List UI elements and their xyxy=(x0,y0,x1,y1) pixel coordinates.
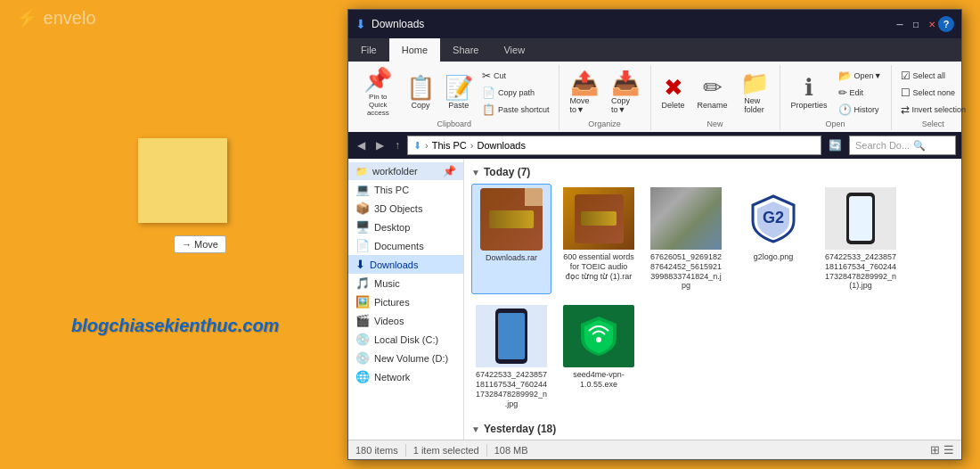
search-box[interactable]: Search Do... 🔍 xyxy=(849,136,956,155)
select-none-button[interactable]: ☐ Select none xyxy=(897,85,970,101)
window-title: Downloads xyxy=(372,18,894,30)
history-button[interactable]: 🕐 History xyxy=(835,102,886,118)
select-none-icon: ☐ xyxy=(901,86,911,99)
copy-to-icon: 📥 xyxy=(611,71,640,95)
back-button[interactable]: ◀ xyxy=(354,137,369,153)
nav-item-desktop[interactable]: 🖥️ Desktop xyxy=(348,218,463,236)
pin-icon: 📌 xyxy=(363,68,392,91)
properties-button[interactable]: ℹ Properties xyxy=(786,73,833,112)
nav-item-new-volume-d[interactable]: 💿 New Volume (D:) xyxy=(348,349,463,367)
help-button[interactable]: ? xyxy=(938,16,954,32)
tab-file[interactable]: File xyxy=(348,38,389,62)
explorer-window: ⬇ Downloads ─ □ ✕ ? File Home Share View… xyxy=(347,9,962,460)
refresh-button[interactable]: 🔄 xyxy=(825,137,845,153)
select-all-button[interactable]: ☑ Select all xyxy=(897,68,970,84)
nav-item-network[interactable]: 🌐 Network xyxy=(348,367,463,386)
clipboard-label: Clipboard xyxy=(351,119,558,128)
vpn-exe-name: seed4me-vpn-1.0.55.exe xyxy=(562,370,635,390)
file-item-vpn-exe[interactable]: seed4me-vpn-1.0.55.exe xyxy=(559,301,639,412)
3d-objects-label: 3D Objects xyxy=(374,203,422,214)
delete-icon: ✖ xyxy=(664,76,683,99)
yesterday-section: ▼ Yesterday (18) xyxy=(471,423,954,435)
paste-icon: 📝 xyxy=(445,76,473,99)
invert-selection-button[interactable]: ⇄ Invert selection xyxy=(897,102,970,118)
tab-home[interactable]: Home xyxy=(389,38,440,62)
minimize-button[interactable]: ─ xyxy=(894,18,906,30)
nav-item-music[interactable]: 🎵 Music xyxy=(348,274,463,292)
svg-text:G2: G2 xyxy=(763,209,784,226)
desktop-icon: 🖥️ xyxy=(355,220,370,234)
nav-item-pictures[interactable]: 🖼️ Pictures xyxy=(348,292,463,311)
file-item-phone-chat-1[interactable]: 67422533_2423857181167534_76024417328478… xyxy=(821,184,901,294)
open-icon: 📂 xyxy=(838,70,852,82)
file-size: 108 MB xyxy=(494,445,528,456)
view-buttons: ⊞ ☰ xyxy=(930,443,954,457)
paste-shortcut-button[interactable]: 📋 Paste shortcut xyxy=(478,102,553,118)
path-this-pc[interactable]: This PC xyxy=(432,140,467,151)
tab-share[interactable]: Share xyxy=(440,38,491,62)
copy-button[interactable]: 📋 Copy xyxy=(403,73,439,112)
nav-item-downloads[interactable]: ⬇ Downloads xyxy=(348,255,463,274)
edit-button[interactable]: ✏ Edit xyxy=(835,85,886,101)
today-chevron[interactable]: ▼ xyxy=(471,168,480,177)
yesterday-chevron[interactable]: ▼ xyxy=(471,424,480,434)
today-label: Today (7) xyxy=(484,166,530,178)
move-icon: 📤 xyxy=(570,71,599,95)
nav-item-local-disk-c[interactable]: 💿 Local Disk (C:) xyxy=(348,330,463,349)
ribbon-group-open: ℹ Properties 📂 Open▼ ✏ Edit 🕐 History Op… xyxy=(782,65,892,130)
path-downloads[interactable]: Downloads xyxy=(477,140,525,151)
pin-button[interactable]: 📌 xyxy=(443,165,456,177)
file-item-downloads-rar[interactable]: Downloads.rar xyxy=(471,184,551,294)
copy-path-button[interactable]: 📄 Copy path xyxy=(478,85,553,101)
nav-item-this-pc[interactable]: 💻 This PC xyxy=(348,180,463,199)
nav-item-workfolder[interactable]: 📁 workfolder 📌 xyxy=(348,162,463,180)
phone-jpg-name: 67422533_2423857181167534_76024417328478… xyxy=(475,370,548,408)
main-content: 📁 workfolder 📌 💻 This PC 📦 3D Objects 🖥️… xyxy=(348,159,961,440)
today-files-grid: Downloads.rar 600 essential words for TO… xyxy=(471,184,954,294)
search-placeholder-text: Search Do... xyxy=(855,140,910,151)
rename-button[interactable]: ✏ Rename xyxy=(692,73,733,112)
cut-button[interactable]: ✂ Cut xyxy=(478,68,553,84)
move-to-button[interactable]: 📤 Move to▼ xyxy=(565,69,604,117)
pin-to-quick-button[interactable]: 📌 Pin to Quickaccess xyxy=(355,65,401,119)
network-icon: 🌐 xyxy=(355,370,370,383)
maximize-button[interactable]: □ xyxy=(910,18,922,30)
vpn-shield-svg xyxy=(579,315,618,358)
properties-icon: ℹ xyxy=(804,76,813,99)
details-view-button[interactable]: ☰ xyxy=(943,443,954,457)
address-path[interactable]: ⬇ › This PC › Downloads xyxy=(407,136,821,155)
invert-icon: ⇄ xyxy=(901,103,910,116)
local-disk-c-label: Local Disk (C:) xyxy=(374,334,438,345)
file-item-crowd-jpg[interactable]: 67626051_926918287642452_561592139988337… xyxy=(646,184,726,294)
tab-view[interactable]: View xyxy=(491,38,537,62)
up-button[interactable]: ↑ xyxy=(391,137,404,153)
paste-button[interactable]: 📝 Paste xyxy=(440,73,477,112)
copy-to-button[interactable]: 📥 Copy to▼ xyxy=(606,69,645,117)
new-folder-button[interactable]: 📁 Newfolder xyxy=(735,69,774,117)
close-button[interactable]: ✕ xyxy=(926,18,938,30)
rar-icon xyxy=(480,188,543,251)
file-item-g2logo[interactable]: G2 g2logo.png xyxy=(733,184,813,294)
delete-button[interactable]: ✖ Delete xyxy=(657,73,690,112)
status-separator-1 xyxy=(405,444,406,457)
desktop-label: Desktop xyxy=(374,222,410,233)
workfolder-label: workfolder xyxy=(372,166,418,177)
nav-item-videos[interactable]: 🎬 Videos xyxy=(348,311,463,330)
path-separator-2: › xyxy=(470,140,474,151)
file-item-toeic[interactable]: 600 essential words for TOEIC audio đọc … xyxy=(559,184,639,294)
nav-item-3d-objects[interactable]: 📦 3D Objects xyxy=(348,199,463,218)
forward-button[interactable]: ▶ xyxy=(372,137,388,153)
file-item-phone-jpg[interactable]: 67422533_2423857181167534_76024417328478… xyxy=(471,301,551,412)
shield-thumb: G2 xyxy=(738,187,809,250)
downloads-label: Downloads xyxy=(370,259,418,270)
pictures-label: Pictures xyxy=(374,297,410,308)
nav-item-documents[interactable]: 📄 Documents xyxy=(348,236,463,255)
svg-point-1 xyxy=(596,337,601,342)
large-icons-view-button[interactable]: ⊞ xyxy=(930,443,940,457)
app-logo: ⚡ envelo xyxy=(16,7,96,29)
downloads-rar-name: Downloads.rar xyxy=(486,253,537,263)
rar-belt xyxy=(489,210,534,228)
videos-label: Videos xyxy=(374,316,404,326)
open-button[interactable]: 📂 Open▼ xyxy=(835,68,886,84)
cut-icon: ✂ xyxy=(482,70,491,82)
